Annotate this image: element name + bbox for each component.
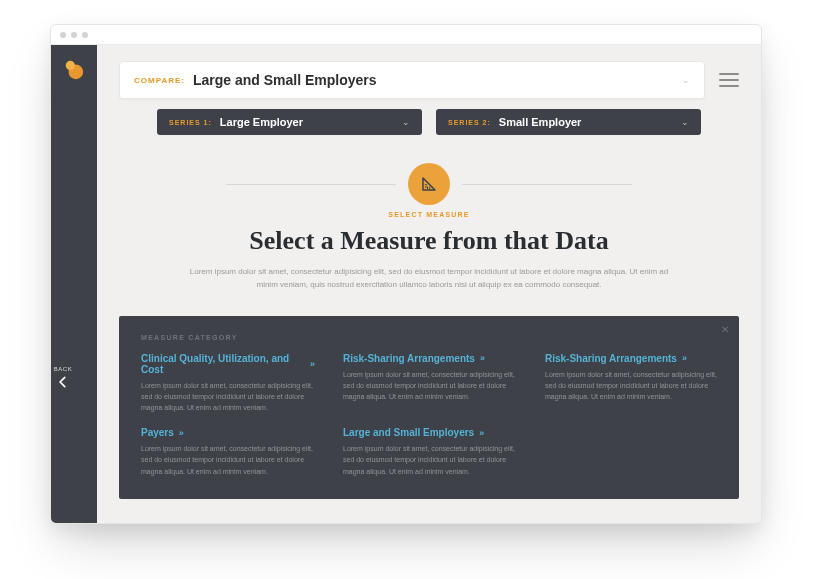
app-logo bbox=[63, 59, 85, 81]
series-1-tag: SERIES 1: bbox=[169, 119, 212, 126]
close-icon[interactable]: ✕ bbox=[721, 324, 729, 335]
page-subtitle: Lorem ipsum dolor sit amet, consectetur … bbox=[189, 266, 669, 292]
chevron-left-icon bbox=[56, 375, 70, 389]
sidebar bbox=[51, 45, 97, 523]
category-desc: Lorem ipsum dolor sit amet, consectetur … bbox=[545, 369, 717, 403]
category-item: Risk-Sharing Arrangements » Lorem ipsum … bbox=[343, 353, 515, 414]
window-dot bbox=[71, 32, 77, 38]
category-link[interactable]: Large and Small Employers » bbox=[343, 427, 515, 438]
category-desc: Lorem ipsum dolor sit amet, consectetur … bbox=[343, 443, 515, 477]
category-title: Risk-Sharing Arrangements bbox=[545, 353, 677, 364]
chevron-down-icon: ⌄ bbox=[402, 117, 410, 127]
category-desc: Lorem ipsum dolor sit amet, consectetur … bbox=[343, 369, 515, 403]
series-1-value: Large Employer bbox=[220, 116, 303, 128]
compare-value: Large and Small Employers bbox=[193, 72, 377, 88]
series-1-dropdown[interactable]: SERIES 1: Large Employer ⌄ bbox=[157, 109, 422, 135]
category-title: Payers bbox=[141, 427, 174, 438]
chevron-right-icon: » bbox=[682, 353, 685, 363]
chevron-right-icon: » bbox=[480, 353, 483, 363]
measure-badge bbox=[408, 163, 450, 205]
hero-section: SELECT MEASURE Select a Measure from tha… bbox=[97, 151, 761, 308]
back-label: BACK bbox=[54, 366, 72, 372]
browser-titlebar bbox=[51, 25, 761, 45]
divider bbox=[462, 184, 632, 185]
page-title: Select a Measure from that Data bbox=[157, 226, 701, 256]
category-title: Risk-Sharing Arrangements bbox=[343, 353, 475, 364]
hero-eyebrow: SELECT MEASURE bbox=[157, 211, 701, 218]
category-item: Payers » Lorem ipsum dolor sit amet, con… bbox=[141, 427, 313, 477]
chevron-down-icon: ⌄ bbox=[681, 117, 689, 127]
compare-label: COMPARE: bbox=[134, 76, 185, 85]
panel-eyebrow: MEASURE CATEGORY bbox=[141, 334, 717, 341]
window-dot bbox=[82, 32, 88, 38]
category-link[interactable]: Risk-Sharing Arrangements » bbox=[343, 353, 515, 364]
divider bbox=[226, 184, 396, 185]
measure-category-panel: ✕ MEASURE CATEGORY Clinical Quality, Uti… bbox=[119, 316, 739, 499]
series-2-value: Small Employer bbox=[499, 116, 582, 128]
chevron-right-icon: » bbox=[479, 428, 482, 438]
window-dot bbox=[60, 32, 66, 38]
chevron-right-icon: » bbox=[179, 428, 182, 438]
svg-point-1 bbox=[66, 61, 75, 70]
category-item: Risk-Sharing Arrangements » Lorem ipsum … bbox=[545, 353, 717, 414]
main-content: COMPARE: Large and Small Employers ⌄ SER… bbox=[97, 45, 761, 523]
series-2-dropdown[interactable]: SERIES 2: Small Employer ⌄ bbox=[436, 109, 701, 135]
compare-dropdown[interactable]: COMPARE: Large and Small Employers ⌄ bbox=[119, 61, 705, 99]
category-desc: Lorem ipsum dolor sit amet, consectetur … bbox=[141, 443, 313, 477]
category-link[interactable]: Clinical Quality, Utilization, and Cost … bbox=[141, 353, 313, 375]
chevron-down-icon: ⌄ bbox=[682, 75, 690, 85]
series-2-tag: SERIES 2: bbox=[448, 119, 491, 126]
category-desc: Lorem ipsum dolor sit amet, consectetur … bbox=[141, 380, 313, 414]
category-link[interactable]: Risk-Sharing Arrangements » bbox=[545, 353, 717, 364]
category-title: Clinical Quality, Utilization, and Cost bbox=[141, 353, 305, 375]
menu-button[interactable] bbox=[719, 69, 739, 91]
category-item: Clinical Quality, Utilization, and Cost … bbox=[141, 353, 313, 414]
category-item: Large and Small Employers » Lorem ipsum … bbox=[343, 427, 515, 477]
chevron-right-icon: » bbox=[310, 359, 313, 369]
ruler-triangle-icon bbox=[420, 175, 438, 193]
category-link[interactable]: Payers » bbox=[141, 427, 313, 438]
category-title: Large and Small Employers bbox=[343, 427, 474, 438]
back-button[interactable]: BACK bbox=[50, 355, 81, 399]
